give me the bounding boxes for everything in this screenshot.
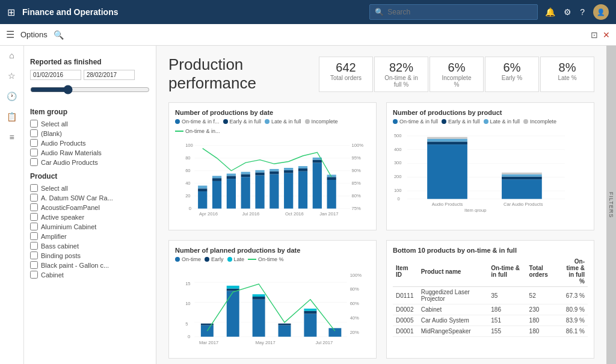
svg-text:60%: 60% xyxy=(350,301,359,306)
legend-item: Late xyxy=(227,256,245,262)
top-nav: ⊞ Finance and Operations 🔍 🔔 ⚙ ? 👤 xyxy=(0,0,616,24)
item-group-option[interactable]: Audio Raw Materials xyxy=(30,149,150,156)
svg-rect-97 xyxy=(279,324,291,325)
chart2-svg: 500 400 300 200 100 0 xyxy=(393,128,588,212)
minimize-icon[interactable]: ⊡ xyxy=(591,30,598,40)
date-to-input[interactable] xyxy=(84,70,135,80)
list-icon[interactable]: ≡ xyxy=(9,132,14,142)
cell-ontime: 155 xyxy=(488,326,526,337)
svg-text:40%: 40% xyxy=(350,315,359,321)
date-range-slider[interactable] xyxy=(30,85,150,94)
bottom10-table: Item ID Product name On-time & in full T… xyxy=(393,256,588,337)
item-group-option[interactable]: Audio Products xyxy=(30,139,150,147)
main-content: Production performance 642Total orders82… xyxy=(156,46,606,364)
svg-text:15: 15 xyxy=(185,281,190,286)
product-option[interactable]: Select all xyxy=(30,184,150,192)
product-option[interactable]: Active speaker xyxy=(30,213,150,221)
item-group-option[interactable]: (Blank) xyxy=(30,129,150,137)
main-layout: ⌂ ☆ 🕐 📋 ≡ Reported as finished Item grou… xyxy=(0,46,616,364)
legend-dot xyxy=(227,257,232,262)
chart-planned-by-date: Number of planned productions by date On… xyxy=(168,240,377,359)
search-input[interactable] xyxy=(387,8,532,16)
svg-rect-68 xyxy=(502,179,542,199)
bottom10-tbody: D0111 Ruggedized Laser Projector 35 52 6… xyxy=(393,287,588,337)
close-icon[interactable]: ✕ xyxy=(603,30,610,40)
product-option[interactable]: Black paint - Gallon c... xyxy=(30,261,150,269)
svg-rect-35 xyxy=(270,169,279,171)
filters-strip[interactable]: FILTERS xyxy=(606,46,616,364)
svg-text:0: 0 xyxy=(188,334,190,339)
product-option[interactable]: AcousticFoamPanel xyxy=(30,203,150,211)
svg-text:60: 60 xyxy=(185,168,190,173)
item-group-option[interactable]: Car Audio Products xyxy=(30,158,150,166)
product-option[interactable]: A. Datum S0W Car Ra... xyxy=(30,194,150,202)
svg-rect-45 xyxy=(327,180,336,209)
cell-ontime: 35 xyxy=(488,287,526,304)
chart3-legend: On-timeEarlyLateOn-time % xyxy=(175,256,370,262)
cell-id: D0005 xyxy=(393,315,418,326)
cell-name: Ruggedized Laser Projector xyxy=(418,287,488,304)
kpi-card-1: 82%On-time & in full % xyxy=(374,57,428,92)
product-option[interactable]: Binding posts xyxy=(30,251,150,259)
svg-text:100: 100 xyxy=(185,143,193,148)
table-row: D0002 Cabinet 186 230 80.9 % xyxy=(393,304,588,315)
kpi-label-4: Late % xyxy=(549,75,585,81)
svg-rect-27 xyxy=(241,177,250,208)
legend-dot xyxy=(305,119,310,124)
page-title: Production performance xyxy=(168,55,307,93)
search-box[interactable]: 🔍 xyxy=(369,4,538,20)
kpi-label-0: Total orders xyxy=(328,75,364,81)
product-option[interactable]: Aluminium Cabinet xyxy=(30,223,150,230)
kpi-label-2: Incomplete % xyxy=(439,75,475,88)
cell-ontime: 186 xyxy=(488,304,526,315)
kpi-value-2: 6% xyxy=(439,61,475,75)
svg-rect-42 xyxy=(313,162,322,208)
legend-item: On-time & in full xyxy=(393,119,438,125)
svg-text:400: 400 xyxy=(394,147,402,152)
svg-text:80%: 80% xyxy=(352,193,361,199)
star-icon[interactable]: ☆ xyxy=(8,71,16,81)
home-icon[interactable]: ⌂ xyxy=(9,51,14,60)
legend-item: Early & in full xyxy=(442,119,480,125)
kpi-card-4: 8%Late % xyxy=(540,57,594,92)
product-option[interactable]: Cabinet xyxy=(30,271,150,279)
kpi-value-3: 6% xyxy=(494,61,530,75)
sec-nav-right: ⊡ ✕ xyxy=(591,30,610,40)
svg-text:Item group: Item group xyxy=(464,208,486,212)
sec-search-icon[interactable]: 🔍 xyxy=(54,30,64,40)
settings-icon[interactable]: ⚙ xyxy=(564,7,571,17)
clock-icon[interactable]: 🕐 xyxy=(7,91,17,101)
product-checkboxes: Select all A. Datum S0W Car Ra... Acoust… xyxy=(30,184,150,279)
filters-strip-label: FILTERS xyxy=(608,192,614,218)
kpi-card-0: 642Total orders xyxy=(319,57,373,92)
legend-item: Late & in full xyxy=(484,119,520,125)
svg-rect-93 xyxy=(253,300,265,337)
svg-rect-23 xyxy=(212,176,221,178)
svg-text:40: 40 xyxy=(185,180,190,186)
notification-icon[interactable]: 🔔 xyxy=(545,7,555,17)
product-option[interactable]: Amplifier xyxy=(30,232,150,240)
hamburger-icon[interactable]: ☰ xyxy=(6,29,14,40)
help-icon[interactable]: ? xyxy=(580,7,585,17)
chart3-svg: 15 10 5 0 100% 80% 60% 40% 20% xyxy=(175,266,370,350)
chart1-legend: On-time & in f...Early & in fullLate & i… xyxy=(175,119,370,134)
col-product-name: Product name xyxy=(418,256,488,287)
svg-text:85%: 85% xyxy=(352,180,361,186)
chart4-title: Bottom 10 products by on-time & in full xyxy=(393,247,588,254)
svg-rect-70 xyxy=(502,174,542,177)
svg-rect-95 xyxy=(253,294,265,297)
svg-text:0: 0 xyxy=(398,196,400,202)
item-group-option[interactable]: Select all xyxy=(30,120,150,128)
legend-dot xyxy=(484,119,488,124)
svg-text:Jan 2017: Jan 2017 xyxy=(319,211,338,217)
avatar[interactable]: 👤 xyxy=(593,4,609,20)
date-from-input[interactable] xyxy=(30,70,81,80)
svg-rect-88 xyxy=(201,325,214,337)
product-label: Product xyxy=(30,172,150,180)
product-option[interactable]: Bass cabinet xyxy=(30,242,150,250)
date-range xyxy=(30,70,150,80)
legend-item: Late & in full xyxy=(265,119,301,125)
report-icon[interactable]: 📋 xyxy=(7,112,17,122)
grid-icon[interactable]: ⊞ xyxy=(7,7,15,18)
item-group-checkboxes: Select all (Blank) Audio Products Audio … xyxy=(30,120,150,166)
